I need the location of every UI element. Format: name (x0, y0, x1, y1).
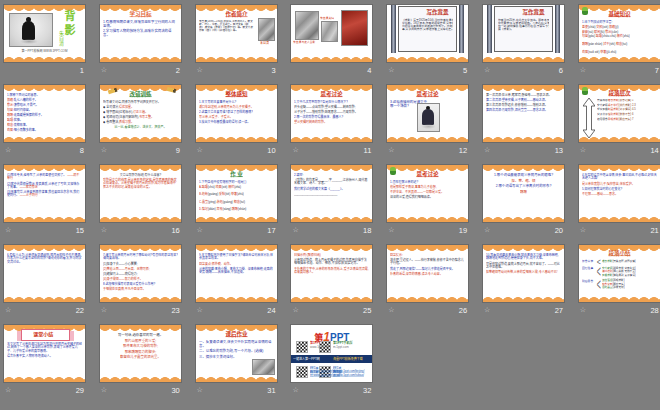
text-line: 7.课文写父亲爬月台时用了哪些动词?有怎样的表达效果?请简要品味。 (103, 253, 178, 261)
slide-body: 文章以背影为标题,有什么深意? 背影是文章的线索,是父亲形象的定格,是作者感情的… (103, 173, 178, 214)
text-segment: (shān) (237, 207, 246, 210)
text-line: 望父买橘刻画背影(父子情深) 4-5 (597, 108, 657, 112)
slide-thumbnail-21[interactable]: 4.朴实的语言中饱含深情,体会:事已如此,不必难过,好在天无绝人之路! 是父亲在… (579, 165, 660, 222)
text-line: 颓唐:衰颓败落。 (7, 123, 82, 127)
slide-meta: ☆10 (196, 144, 277, 156)
text-line-content: C.晶莹(yíng) 游逛(guàng) 颓唐(tuí) (199, 200, 274, 203)
slide-thumbnail-1[interactable]: 背影朱自清第一PPT模板网 WWW.1PPT.COM (4, 5, 85, 62)
wave-border-bottom-decoration (100, 374, 181, 382)
slide-thumbnail-27[interactable]: 10.我看见他戴着黑布小帽,穿着黑布大马褂,深青布棉袍,蹒跚地走到铁道边,慢慢探… (483, 245, 564, 302)
wave-border-bottom-decoration (387, 214, 468, 222)
slide-thumbnail-7[interactable]: 基础知识1.给下列加点的字注音:差使(chāi) 交卸(xiè) 狼藉(jí)簌… (579, 5, 660, 62)
slide-thumbnail-10[interactable]: 整体感知1.本文写的主要事件是什么? 浦口车站送别,父亲爬月台为儿子买橘子。2.… (196, 85, 277, 142)
text-line-content: 进去吧,里边没人。——怕行李被偷,依依不舍中仍惦念儿子行程。 (390, 258, 465, 265)
slide-thumbnail-14[interactable]: 段落层次开篇寄思难忘背影(思念之情) 1交代家境祸不单行(烘托背影) 2-3望父… (579, 85, 660, 142)
wave-border-bottom-decoration (196, 374, 277, 382)
slide-thumbnail-8[interactable]: 1.解释下面词语的意思。狼藉:乱七八糟的样子。惨淡:凄惨暗淡,不景气。勾留:短时… (4, 85, 85, 142)
slide-thumbnail-25[interactable]: 白描示例:(教师归纳) 父亲穿过铁道、爬上月台买橘子的过程,作者用白描手法细细描… (291, 245, 372, 302)
text-segment: (pán shān) (588, 42, 603, 45)
slide-thumbnail-2[interactable]: 学习目标1.有感情地朗读课文,体味洋溢在字里行间的人间至情。2.学习描写人物的独… (100, 5, 181, 62)
slide-number: 9 (176, 146, 181, 155)
text-line: 他是那样爱子情深,事事为儿子着想, (390, 185, 465, 189)
animation-star-icon: ☆ (579, 306, 586, 314)
slide-thumbnail-12[interactable]: 思考讨论3.这幅画描绘的是课文中哪一个场景? (387, 85, 468, 142)
slide-thumbnail-16[interactable]: 文章以背影为标题,有什么深意? 背影是文章的线索,是父亲形象的定格,是作者感情的… (100, 165, 181, 222)
text-line: 于朴素的文字中,父亲的形象跃然纸上,爱子之情自然流露,读来真切感人。 (294, 267, 369, 275)
slide-thumbnail-19[interactable]: 思考讨论1.怎样理解父亲的迂? 他是那样爱子情深,事事为儿子着想,不辞辛苦、不厌… (387, 165, 468, 222)
slide-thumbnail-4[interactable]: 朱自清与友人合影朱自清夫妇 (291, 5, 372, 62)
tree-group-label-text: 回忆往事 (582, 266, 596, 269)
slide-sorter-grid: 背影朱自清第一PPT模板网 WWW.1PPT.COM1学习目标1.有感情地朗读课… (0, 0, 660, 410)
slide-thumbnail-30[interactable]: 背一句话,选你喜欢的背一遍。那片山般厚重的父爱;那件黑布大马褂的背影;那串蹒跚努… (100, 325, 181, 382)
slide-thumbnail-13[interactable]: 第一次流泪:见父亲,睹家境,想祖母——悲哀之泪。第二次流泪:望亲买橘,父子离别—… (483, 85, 564, 142)
text-line-content: 惨淡:凄惨暗淡,不景气。 (7, 103, 82, 106)
slide-thumbnail-3[interactable]: 作者简介朱自清(1898—1948),字佩弦,江苏扬州人。散文家、诗人、学者、民… (196, 5, 277, 62)
slide-title-text: 思考讨论 (390, 91, 465, 97)
wave-border-bottom-decoration (196, 214, 277, 222)
text-line-content: 开头设疑——点出背影;望父买橘——刻画背影; (294, 105, 369, 108)
scroll-roller-left (487, 5, 492, 53)
text-line: 1.怎样理解父亲的迂? (390, 180, 465, 184)
slide-thumbnail-23[interactable]: 7.课文写父亲爬月台时用了哪些动词?有怎样的表达效果?请简要品味。(1)探身下去… (100, 245, 181, 302)
slide-thumbnail-18[interactable]: 2.填空: 《背影》的作者是______,字______,江苏扬州人,现代著名散… (291, 165, 372, 222)
slide-thumbnail-20[interactable]: 1.哪个词语最能表现父亲爬月台的艰难?探、攀、缩、倾2.哪个词语写出了父亲离去时… (483, 165, 564, 222)
slide-thumbnail-24[interactable]: 9.本文哪些地方使用了白描手法?请结合语句具体分析,体会其表达效果。回答要点:抓… (196, 245, 277, 302)
text-line: 2.学习描写人物的独特方法,品味朴实简洁的语言。 (103, 29, 178, 37)
text-segment: (细心关照 无微不至) (612, 270, 635, 273)
text-segment: 妥帖 (219, 192, 225, 195)
text-segment: 簌簌 (582, 30, 588, 33)
slide-cell: 写作背景《背影》写于1925年10月,当时作者在清华大学任教。1917年冬,作者… (387, 5, 468, 62)
cover-caption: 第一PPT模板网 WWW.1PPT.COM (7, 49, 82, 53)
slide-title: 作 业 (199, 171, 274, 179)
text-segment: 踌躇 (596, 34, 602, 37)
animation-star-icon: ☆ (100, 146, 107, 154)
text-line: ◆ 卷面整洁,养成习惯。 (103, 120, 178, 124)
text-segment: (fù) (600, 30, 605, 33)
slide-thumbnail-22[interactable]: 6.有些人认为,父亲违反交通规则,爬月台的样子也不潇洒,作者为什么还要写这样的背… (4, 245, 85, 302)
text-line: 回答要点:抓外貌、动作。 (199, 262, 274, 266)
text-line: 文章以背影为标题,有什么深意? (103, 173, 178, 177)
slide-thumbnail-6[interactable]: 写作背景作者当时20岁,在北京大学读书。那年冬天家中光景惨淡,父亲老境颓唐。八年… (483, 5, 564, 62)
text-line: 6.有些人认为,父亲违反交通规则,爬月台的样子也不潇洒,作者为什么还要写这样的背… (7, 253, 82, 264)
photo-caption: 朱自清 (254, 41, 276, 45)
text-segment: 举箸 (600, 50, 606, 53)
slide-cell: 6.有些人认为,父亲违反交通规则,爬月台的样子也不潇洒,作者为什么还要写这样的背… (4, 245, 85, 302)
text-segment: (guàng) (207, 192, 218, 195)
tree-group-label: 怀念父亲 (582, 259, 596, 264)
slide-cell: 思考讨论3.这幅画描绘的是课文中哪一个场景?☆12 (387, 85, 468, 142)
animation-star-icon: ☆ (483, 146, 490, 154)
slide-thumbnail-11[interactable]: 思考讨论1.文中几次写到背影?各是在什么情况下? 开头设疑——点出背影;望父买橘… (291, 85, 372, 142)
text-segment: (chú) (207, 185, 215, 188)
text-line-content: 《背影》写于1925年10月,当时作者在清华大学任教。1917年冬,作者的祖母去… (402, 18, 453, 31)
wave-border-bottom-decoration (100, 54, 181, 62)
slide-number: 2 (176, 66, 181, 75)
text-line: 结尾思念再现背影(照应开头) 7 (597, 118, 657, 122)
text-line: 回答提示: (390, 253, 465, 257)
slide-number: 27 (555, 306, 564, 315)
text-line-content: 背一句话,选你喜欢的背一遍。 (103, 333, 178, 337)
slide-thumbnail-15[interactable]: (1)那年冬天,祖母死了,父亲的差使也交卸了。 ——祸不单行(2)家中光景很是惨… (4, 165, 85, 222)
text-line: 9.本文哪些地方使用了白描手法?请结合语句具体分析,体会其表达效果。 (199, 253, 274, 261)
slide-thumbnail-31[interactable]: 课后作业一、反复诵读课文,体会文中朴实而饱含深情的语言。二、以难忘的背影为题,写… (196, 325, 277, 382)
text-line: 蹒跚 (486, 190, 561, 195)
slide-thumbnail-29[interactable]: 课堂小结 本文记写了父亲在浦口车站为我送行并爬月台买橘子的经过,刻画了一个感人至… (4, 325, 85, 382)
text-line-content: ◆ 全对满分,得优加星。 (103, 105, 178, 108)
slide-thumbnail-17[interactable]: 作 业1.下列各组中没有错别字的一组是( )A.踌躇(chú) 琐屑(xiè) … (196, 165, 277, 222)
slide-title: 段落小结 (582, 250, 657, 258)
slide-number: 25 (363, 306, 372, 315)
text-segment: 蹒跚 (231, 207, 237, 210)
promo-banner: 一键进入第一PPT网海量PPT模板免费下载 (291, 355, 372, 363)
slide-thumbnail-32[interactable]: 第1PPT第1PPTwww.1ppt.com第1PPT手机版m.1ppt.com… (291, 325, 372, 382)
slide-thumbnail-5[interactable]: 写作背景《背影》写于1925年10月,当时作者在清华大学任教。1917年冬,作者… (387, 5, 468, 62)
text-line: 浦口车站送别,父亲爬月台为儿子买橘子。 (199, 105, 274, 109)
slide-number: 13 (555, 146, 564, 155)
wave-border-top-decoration (100, 165, 181, 173)
wave-border-top-decoration (100, 245, 181, 253)
text-line: 2.哪个词语写出了父亲离去时的形象? (486, 184, 561, 189)
slide-thumbnail-26[interactable]: 回答提示: 进去吧,里边没人。——怕行李被偷,依依不舍中仍惦念儿子行程。 我走了… (387, 245, 468, 302)
slide-title-text: 段落层次 (582, 90, 657, 96)
text-line-content: 回答提示: (390, 253, 465, 256)
slide-thumbnail-28[interactable]: 段落小结怀念父亲<难忘背影(开篇点题,浓厚感情)回忆往事<交代家境(祖母去世 父… (579, 245, 660, 302)
slide-cell: 第一次流泪:见父亲,睹家境,想祖母——悲哀之泪。第二次流泪:望亲买橘,父子离别—… (483, 85, 564, 142)
slide-thumbnail-9[interactable]: 改错训练听写课文词语,同桌为所写字词把关并打分。◆ 全对满分,得优加星。◆ 错字… (100, 85, 181, 142)
